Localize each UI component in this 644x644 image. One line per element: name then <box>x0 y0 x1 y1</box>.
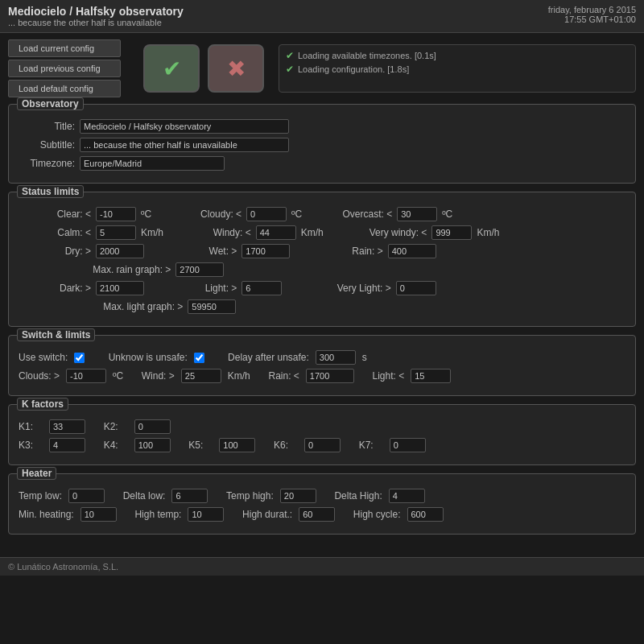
k6-label: K6: <box>274 440 298 451</box>
sw-wind-input[interactable] <box>181 369 221 383</box>
vwindy-input[interactable] <box>431 225 472 240</box>
log-line-2: ✔ Loading configuration. [1.8s] <box>286 64 629 75</box>
calm-label: Calm: < <box>19 227 91 238</box>
date-display: friday, february 6 2015 <box>548 5 636 14</box>
temp-low-label: Temp low: <box>19 490 62 502</box>
clear-input[interactable] <box>96 207 136 221</box>
unknow-unsafe-label: Unknow is unsafe: <box>109 352 188 363</box>
delta-low-label: Delta low: <box>123 490 166 502</box>
switch-limits-inner: Use switch: Unknow is unsafe: Delay afte… <box>19 350 625 383</box>
sw-clouds-input[interactable] <box>66 369 106 383</box>
row-max-light: Max. light graph: > <box>19 299 625 314</box>
vwindy-label: Very windy: < <box>338 227 427 238</box>
temp-high-label: Temp high: <box>226 490 274 502</box>
log-panel: ✔ Loading available timezones. [0.1s] ✔ … <box>279 44 636 93</box>
calm-input[interactable] <box>96 225 136 240</box>
temp-low-input[interactable] <box>68 489 105 503</box>
unknow-unsafe-checkbox[interactable] <box>194 353 204 363</box>
max-rain-label: Max. rain graph: > <box>66 264 171 275</box>
vlight-label: Very Light: > <box>303 283 391 294</box>
k2-input[interactable] <box>134 419 171 434</box>
observatory-section: Observatory Title: Subtitle: Timezone: <box>8 104 636 184</box>
sw-light-input[interactable] <box>411 369 451 383</box>
obs-title-input[interactable] <box>80 119 289 134</box>
k4-input[interactable] <box>134 438 171 452</box>
obs-timezone-input[interactable] <box>80 156 225 171</box>
obs-timezone-row: Timezone: <box>19 156 625 171</box>
k-factors-title: K factors <box>17 398 68 411</box>
overcast-input[interactable] <box>397 207 437 221</box>
confirm-check-btn[interactable]: ✔ <box>143 44 200 93</box>
calm-unit: Km/h <box>141 227 163 238</box>
delay-unsafe-input[interactable] <box>316 350 356 365</box>
k-factors-inner: K1: K2: K3: K4: K5: K6: K7: <box>19 419 625 452</box>
app-title: Mediocielo / Halfsky observatory <box>8 5 184 18</box>
copyright-text: © Lunático Astronomía, S.L. <box>8 562 118 572</box>
dark-label: Dark: > <box>19 283 91 294</box>
load-current-btn[interactable]: Load current config <box>8 39 121 57</box>
use-switch-checkbox[interactable] <box>74 353 85 363</box>
sw-wind-label: Wind: > <box>142 370 175 382</box>
vwindy-unit: Km/h <box>477 227 499 238</box>
main-content: Load current config Load previous config… <box>0 33 644 549</box>
rain-label: Rain: > <box>311 246 383 257</box>
header: Mediocielo / Halfsky observatory ... bec… <box>0 0 644 33</box>
k7-input[interactable] <box>390 438 426 452</box>
k5-input[interactable] <box>219 438 255 452</box>
header-right: friday, february 6 2015 17:55 GMT+01:00 <box>548 5 636 24</box>
rain-input[interactable] <box>388 244 436 258</box>
header-left: Mediocielo / Halfsky observatory ... bec… <box>8 5 184 27</box>
k1-input[interactable] <box>49 419 85 434</box>
delta-low-input[interactable] <box>171 489 208 503</box>
high-durat-input[interactable] <box>299 507 335 522</box>
switch-limits-section: Switch & limits Use switch: Unknow is un… <box>8 335 636 396</box>
windy-input[interactable] <box>256 225 296 240</box>
kf-row-2: K3: K4: K5: K6: K7: <box>19 438 625 452</box>
temp-high-input[interactable] <box>280 489 316 503</box>
sw-clouds-unit: ºC <box>113 370 123 382</box>
high-durat-label: High durat.: <box>242 509 292 520</box>
switch-row-2: Clouds: > ºC Wind: > Km/h Rain: < Light:… <box>19 369 625 383</box>
row-calm-windy-vwindy: Calm: < Km/h Windy: < Km/h Very windy: <… <box>19 225 625 240</box>
wet-label: Wet: > <box>164 246 237 257</box>
sw-rain-input[interactable] <box>306 369 354 383</box>
light-input[interactable] <box>242 281 282 295</box>
row-dry-wet-rain: Dry: > Wet: > Rain: > <box>19 244 625 258</box>
obs-timezone-label: Timezone: <box>19 158 75 169</box>
heater-inner: Temp low: Delta low: Temp high: Delta Hi… <box>19 489 625 522</box>
load-default-btn[interactable]: Load default config <box>8 80 121 97</box>
clear-unit: ºC <box>141 208 151 220</box>
obs-subtitle-input[interactable] <box>80 138 289 152</box>
overcast-unit: ºC <box>442 208 452 220</box>
max-rain-input[interactable] <box>175 262 224 277</box>
high-cycle-label: High cycle: <box>353 509 401 520</box>
sw-light-label: Light: < <box>373 370 405 382</box>
high-cycle-input[interactable] <box>407 507 444 522</box>
k6-input[interactable] <box>304 438 341 452</box>
time-display: 17:55 GMT+01:00 <box>548 14 636 24</box>
sw-rain-label: Rain: < <box>268 370 299 382</box>
use-switch-label: Use switch: <box>19 352 68 363</box>
dark-input[interactable] <box>96 281 144 295</box>
button-group: Load current config Load previous config… <box>8 39 121 97</box>
vlight-input[interactable] <box>396 281 436 295</box>
clear-label: Clear: < <box>19 208 91 220</box>
delta-high-input[interactable] <box>389 489 425 503</box>
cloudy-input[interactable] <box>246 207 287 221</box>
wet-input[interactable] <box>242 244 290 258</box>
observatory-section-title: Observatory <box>17 97 84 110</box>
k3-input[interactable] <box>49 438 85 452</box>
load-previous-btn[interactable]: Load previous config <box>8 60 121 77</box>
light-label: Light: > <box>164 283 237 294</box>
heater-row-1: Temp low: Delta low: Temp high: Delta Hi… <box>19 489 625 503</box>
heater-section: Heater Temp low: Delta low: Temp high: D… <box>8 473 636 535</box>
status-limits-section: Status limits Clear: < ºC Cloudy: < ºC O… <box>8 192 636 327</box>
high-temp-input[interactable] <box>188 507 224 522</box>
app-subtitle: ... because the other half is unavailabl… <box>8 18 184 27</box>
dry-input[interactable] <box>96 244 144 258</box>
max-light-input[interactable] <box>188 299 236 314</box>
min-heating-input[interactable] <box>80 507 117 522</box>
confirm-x-btn[interactable]: ✖ <box>208 44 264 93</box>
kf-row-1: K1: K2: <box>19 419 625 434</box>
overcast-label: Overcast: < <box>320 208 392 220</box>
